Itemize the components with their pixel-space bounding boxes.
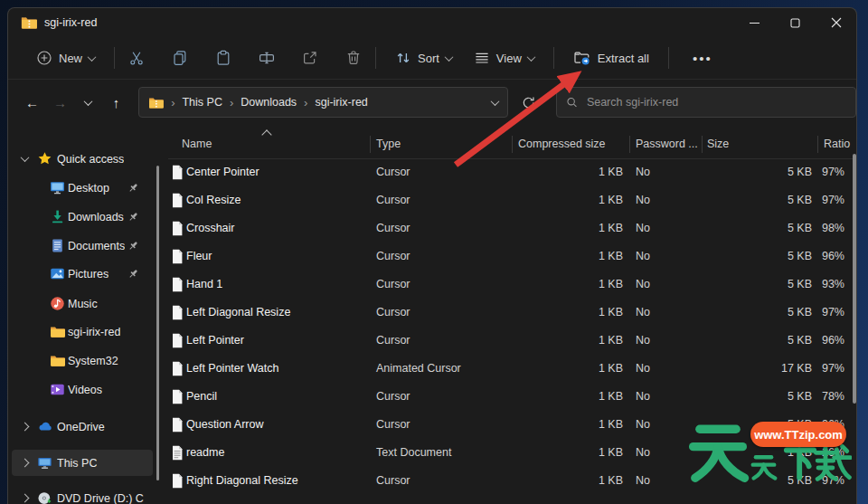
sort-icon [395,50,411,66]
expander-chevron-icon[interactable] [19,156,30,162]
column-header-name[interactable]: Name [182,138,212,150]
file-name: Fleur [186,250,212,262]
forward-button[interactable]: → [49,90,71,114]
file-compressed-size: 1 KB [512,250,623,262]
minimize-button[interactable] [734,8,775,37]
desktop: { "window": { "title": "sgi-irix-red" },… [0,0,868,504]
share-button[interactable] [299,47,321,69]
sidebar-item-sgi-irix-red[interactable]: sgi-irix-red [12,319,153,345]
column-divider[interactable] [370,136,371,153]
close-button[interactable] [816,8,856,37]
maximize-button[interactable] [775,8,816,37]
file-rows: Center Pointer Cursor 1 KB No 5 KB 97% C… [168,158,857,504]
expander-chevron-icon[interactable] [19,460,30,466]
column-header-type[interactable]: Type [376,138,401,150]
file-row[interactable]: Center Pointer Cursor 1 KB No 5 KB 97% [168,158,857,186]
column-header-row: Name Type Compressed size Password ... S… [168,130,857,159]
copy-button[interactable] [169,47,191,69]
sidebar-item-downloads[interactable]: Downloads [12,204,153,230]
search-box[interactable] [556,87,856,118]
search-input[interactable] [585,95,846,109]
sidebar-item-desktop[interactable]: Desktop [12,175,153,201]
file-row[interactable]: Left Pointer Watch Animated Cursor 1 KB … [168,355,857,383]
file-name: Pencil [186,390,217,403]
file-row[interactable]: Question Arrow Cursor 1 KB No 5 KB 96% [168,411,857,439]
file-ratio: 97% [767,362,844,375]
cut-button[interactable] [126,47,147,69]
sidebar-item-this-pc[interactable]: This PC [12,450,153,476]
sidebar-item-dvd-drive-d-c[interactable]: DVD Drive (D:) C [12,485,153,504]
see-more-button[interactable]: ••• [693,51,712,66]
file-icon [171,305,184,320]
file-row[interactable]: Left Diagonal Resize Cursor 1 KB No 5 KB… [168,299,857,327]
sidebar-item-label: Desktop [68,182,109,195]
recent-locations-button[interactable] [77,90,99,114]
pin-icon [127,211,139,223]
sidebar-item-system32[interactable]: System32 [12,347,153,374]
file-row[interactable]: readme Text Document 1 KB No 1 KB 26% [168,439,857,467]
rename-button[interactable] [256,47,278,69]
column-header-compressed-size[interactable]: Compressed size [518,138,606,150]
file-type: Cursor [376,418,410,431]
sidebar-item-pictures[interactable]: Pictures [12,261,153,287]
view-button-label: View [496,52,522,65]
file-compressed-size: 1 KB [512,222,623,234]
pin-icon [127,182,139,194]
file-password: No [636,166,650,178]
back-button[interactable]: ← [21,90,43,114]
text-file-icon [171,445,184,461]
sidebar-item-label: OneDrive [57,421,105,433]
column-divider[interactable] [817,136,818,153]
refresh-button[interactable] [515,89,542,116]
new-button[interactable]: New [28,43,103,72]
file-row[interactable]: Left Pointer Cursor 1 KB No 5 KB 96% [168,327,857,355]
column-divider[interactable] [512,136,513,153]
file-password: No [636,222,650,234]
folder-icon [50,353,65,368]
sidebar-item-label: sgi-irix-red [68,326,120,338]
breadcrumb-sgi-irix-red[interactable]: sgi-irix-red [315,96,367,109]
file-password: No [636,390,650,403]
sidebar-item-documents[interactable]: Documents [12,233,153,259]
paste-button[interactable] [212,47,234,69]
up-button[interactable]: ↑ [105,90,127,114]
file-password: No [636,418,650,431]
list-scrollbar[interactable] [853,154,856,404]
file-name: Hand 1 [186,278,222,290]
expander-chevron-icon[interactable] [19,495,30,501]
address-bar[interactable]: › This PC › Downloads › sgi-irix-red [138,87,508,118]
breadcrumb-downloads[interactable]: Downloads [241,96,297,109]
expander-chevron-icon[interactable] [19,423,30,430]
file-row[interactable]: Fleur Cursor 1 KB No 5 KB 96% [168,242,857,271]
file-ratio: 78% [767,390,844,403]
file-row[interactable]: Hand 1 Cursor 1 KB No 5 KB 93% [168,271,857,299]
breadcrumb-this-pc[interactable]: This PC [182,96,222,109]
sidebar-item-videos[interactable]: Videos [12,376,153,403]
file-ratio: 98% [767,222,844,234]
column-header-size[interactable]: Size [707,138,729,150]
column-header-ratio[interactable]: Ratio [824,138,850,150]
file-password: No [636,250,650,262]
view-button[interactable]: View [466,43,542,72]
file-name: Left Pointer Watch [186,362,278,375]
column-divider[interactable] [629,136,630,153]
sidebar-item-music[interactable]: Music [12,290,153,317]
address-dropdown-chevron-icon[interactable] [491,97,500,106]
file-compressed-size: 1 KB [512,418,623,431]
sidebar-item-onedrive[interactable]: OneDrive [12,414,153,440]
file-row[interactable]: Right Diagonal Resize Cursor 1 KB No 5 K… [168,467,857,495]
sidebar-item-label: Music [68,298,98,310]
sidebar-item-quick-access[interactable]: Quick access [12,146,153,172]
file-row[interactable]: Crosshair Cursor 1 KB No 5 KB 98% [168,214,857,242]
column-header-password[interactable]: Password ... [636,138,698,150]
sort-button[interactable]: Sort [387,43,460,72]
pin-icon [127,268,139,280]
extract-all-button[interactable]: Extract all [565,43,657,72]
file-explorer-window: sgi-irix-red New Sort [7,7,857,504]
column-divider[interactable] [702,136,703,153]
delete-button[interactable] [343,47,364,69]
breadcrumb-separator: › [171,96,175,109]
file-row[interactable]: Col Resize Cursor 1 KB No 5 KB 97% [168,186,857,214]
sidebar-scrollbar[interactable] [156,166,159,480]
file-row[interactable]: Pencil Cursor 1 KB No 5 KB 78% [168,383,857,411]
